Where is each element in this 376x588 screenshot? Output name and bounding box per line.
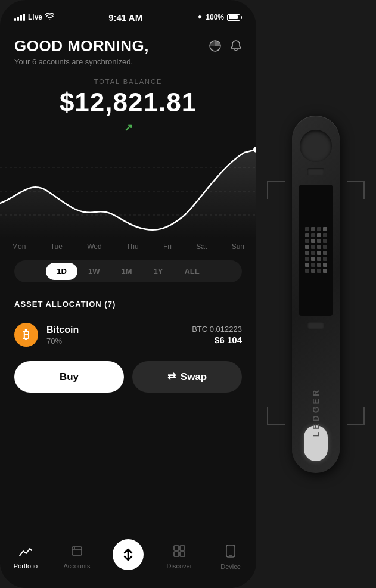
chart-svg — [0, 144, 256, 239]
device-button-top[interactable] — [300, 130, 332, 162]
svg-rect-9 — [180, 546, 185, 550]
balance-section: TOTAL BALANCE $12,821.81 ↗ — [0, 66, 256, 134]
bitcoin-name: Bitcoin — [46, 325, 184, 335]
nav-center[interactable] — [102, 539, 154, 576]
chart-icon[interactable] — [209, 39, 222, 55]
center-action-button[interactable] — [113, 539, 144, 570]
section-divider — [14, 291, 242, 291]
corner-tr — [347, 181, 365, 199]
device-down-button[interactable] — [307, 322, 324, 329]
carrier-label: Live — [28, 13, 42, 21]
bitcoin-crypto: BTC 0.012223 — [192, 325, 242, 334]
swap-icon: ⇄ — [167, 371, 176, 383]
device-body: LEDGER — [292, 116, 340, 473]
bottom-nav: Portfolio Accounts — [0, 536, 256, 588]
time-display: 9:41 AM — [108, 13, 142, 23]
chart-label-thu: Thu — [126, 242, 139, 251]
header: GOOD MORNING, Your 6 accounts are synchr… — [0, 26, 256, 66]
discover-icon — [173, 545, 185, 559]
balance-label: TOTAL BALANCE — [14, 78, 242, 85]
nav-portfolio[interactable]: Portfolio — [0, 545, 51, 570]
signal-icon — [14, 14, 25, 21]
portfolio-icon — [19, 545, 32, 559]
nav-device[interactable]: Device — [205, 545, 256, 570]
ledger-label: LEDGER — [311, 388, 321, 437]
status-left: Live — [14, 13, 54, 22]
asset-bitcoin[interactable]: ₿ Bitcoin 70% BTC 0.012223 $6 104 — [0, 317, 256, 353]
status-right: ✦ 100% — [197, 13, 242, 21]
battery-icon — [227, 14, 242, 21]
greeting-text: GOOD MORNING, — [14, 37, 149, 55]
swap-label: Swap — [181, 371, 207, 383]
bitcoin-values: BTC 0.012223 $6 104 — [192, 325, 242, 345]
battery-percent: 100% — [206, 13, 224, 21]
device-label: Device — [220, 563, 241, 570]
svg-rect-10 — [174, 552, 179, 556]
corner-bl — [267, 407, 285, 425]
wifi-icon — [45, 13, 54, 22]
up-arrow-icon: ↗ — [124, 121, 133, 134]
svg-rect-11 — [180, 552, 185, 556]
time-btn-1w[interactable]: 1W — [77, 263, 111, 280]
bell-icon[interactable] — [230, 39, 242, 55]
accounts-label: Accounts — [63, 562, 90, 570]
nav-accounts[interactable]: Accounts — [51, 545, 102, 570]
bitcoin-info: Bitcoin 70% — [46, 325, 184, 346]
header-icons — [209, 39, 242, 55]
bitcoin-usd: $6 104 — [192, 335, 242, 345]
device-up-button[interactable] — [307, 168, 324, 175]
bitcoin-icon: ₿ — [14, 323, 38, 347]
balance-amount: $12,821.81 — [14, 88, 242, 117]
status-bar: Live 9:41 AM ✦ 100% — [0, 0, 256, 26]
buy-button[interactable]: Buy — [14, 361, 124, 393]
chart-label-fri: Fri — [163, 242, 172, 251]
bluetooth-icon: ✦ — [197, 13, 203, 21]
device-screen — [299, 185, 333, 316]
time-selector: 1D 1W 1M 1Y ALL — [14, 260, 242, 282]
chart-label-sun: Sun — [232, 242, 244, 251]
time-btn-1y[interactable]: 1Y — [143, 263, 174, 280]
chart-labels: Mon Tue Wed Thu Fri Sat Sun — [0, 239, 256, 254]
phone-container: Live 9:41 AM ✦ 100% — [0, 0, 256, 588]
corner-tl — [267, 181, 285, 199]
corner-br — [347, 407, 365, 425]
chart-label-tue: Tue — [51, 242, 63, 251]
sync-status: Your 6 accounts are synchronized. — [14, 57, 149, 66]
action-buttons: Buy ⇄ Swap — [0, 353, 256, 401]
time-btn-all[interactable]: ALL — [173, 263, 210, 280]
swap-button[interactable]: ⇄ Swap — [132, 361, 242, 393]
chart-label-wed: Wed — [87, 242, 101, 251]
time-btn-1m[interactable]: 1M — [110, 263, 142, 280]
nav-discover[interactable]: Discover — [154, 545, 205, 570]
accounts-icon — [71, 545, 83, 559]
discover-label: Discover — [167, 562, 192, 570]
portfolio-label: Portfolio — [14, 562, 38, 570]
chart-area — [0, 144, 256, 239]
time-btn-1d[interactable]: 1D — [46, 263, 77, 280]
ledger-device: LEDGER — [256, 0, 375, 588]
svg-rect-8 — [174, 546, 179, 550]
bitcoin-pct: 70% — [46, 337, 184, 346]
balance-change: ↗ — [124, 121, 133, 134]
chart-label-sat: Sat — [196, 242, 207, 251]
device-icon — [225, 545, 236, 560]
svg-rect-5 — [72, 547, 82, 555]
chart-label-mon: Mon — [12, 242, 26, 251]
asset-section-title: ASSET ALLOCATION (7) — [0, 300, 256, 309]
